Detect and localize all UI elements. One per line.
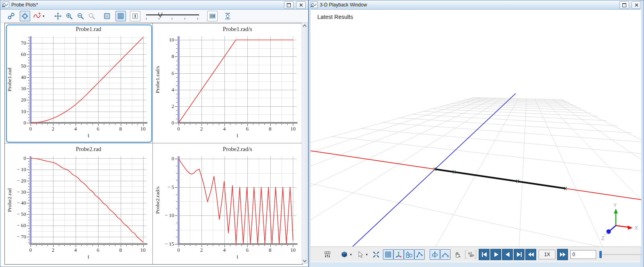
fit-vertical-icon xyxy=(224,12,232,20)
grid-icon xyxy=(117,12,125,20)
plot-animation-slider[interactable] xyxy=(146,11,199,21)
chart-probe2-rad-s[interactable] xyxy=(153,143,302,264)
trace-lines-button[interactable] xyxy=(414,249,425,260)
pan-button[interactable] xyxy=(53,11,63,21)
grid3d-button[interactable] xyxy=(383,249,393,260)
minimize-icon xyxy=(622,3,626,7)
record-movie-button[interactable] xyxy=(465,250,476,259)
orbit-icon xyxy=(431,250,439,259)
chart-probe1-rad-s[interactable] xyxy=(153,23,302,143)
split-view-icon xyxy=(131,12,139,20)
scroll-down-icon[interactable] xyxy=(302,259,307,263)
grid-button[interactable] xyxy=(115,11,126,21)
axes3d-button[interactable] xyxy=(393,249,404,260)
select-cursor-button[interactable] xyxy=(355,249,366,260)
fast-forward-icon xyxy=(559,250,567,259)
app-icon xyxy=(311,2,318,8)
path-icon xyxy=(441,250,449,259)
scene-3d-canvas[interactable] xyxy=(311,10,641,246)
skip-start-icon xyxy=(480,250,488,259)
fit-view-button[interactable] xyxy=(371,249,381,260)
curve-dropdown-caret[interactable]: ▾ xyxy=(43,14,45,18)
scroll-up-icon[interactable] xyxy=(302,24,307,27)
charts-area xyxy=(4,23,303,265)
display-settings-icon xyxy=(323,250,331,259)
zoom-in-icon xyxy=(65,12,73,20)
pan-hand-button[interactable] xyxy=(452,249,463,260)
zoom-in-button[interactable] xyxy=(64,11,74,21)
progress-handle[interactable] xyxy=(599,251,602,258)
playback-time-field[interactable]: 0 xyxy=(570,250,596,259)
zoom-out-icon xyxy=(76,12,84,20)
playback-3d-window: 3-D Playback Window Latest Results ▾▾1X0 xyxy=(309,0,644,267)
plot-toolbar: ▾ xyxy=(0,10,308,23)
rewind-icon xyxy=(527,250,535,259)
fast-forward-button[interactable] xyxy=(557,249,568,260)
skip-start-button[interactable] xyxy=(479,249,490,260)
minimize-icon xyxy=(287,3,291,7)
chart-probe1-rad[interactable] xyxy=(5,23,152,143)
link-icon xyxy=(7,12,15,20)
latest-results-label: Latest Results xyxy=(317,14,353,20)
skip-end-button[interactable] xyxy=(514,249,525,260)
slider-track[interactable] xyxy=(146,14,199,15)
probe-button[interactable] xyxy=(20,11,30,21)
progress-track[interactable] xyxy=(599,254,644,255)
close-icon xyxy=(635,3,638,7)
split-view-button[interactable] xyxy=(130,11,140,21)
orbit-button[interactable] xyxy=(430,249,440,260)
chart-grid-divider-horizontal xyxy=(5,143,302,143)
slider-tick xyxy=(146,18,146,20)
viewport-3d[interactable]: Latest Results xyxy=(311,10,641,246)
geometry-button[interactable] xyxy=(404,249,414,260)
chart-probe2-rad[interactable] xyxy=(5,143,152,264)
legend-icon xyxy=(103,12,111,20)
slider-tick xyxy=(198,18,198,20)
select-cursor-icon xyxy=(356,250,364,259)
legend-button[interactable] xyxy=(102,11,112,21)
step-back-button[interactable] xyxy=(502,249,513,260)
fit-view-icon xyxy=(372,250,380,259)
view-cube-dropdown-caret[interactable]: ▾ xyxy=(350,253,352,257)
display-settings-button[interactable] xyxy=(322,249,333,260)
geometry-icon xyxy=(405,250,413,259)
grid3d-icon xyxy=(384,250,392,259)
close-button[interactable] xyxy=(296,1,306,9)
probe-plots-titlebar[interactable]: Probe Plots* xyxy=(0,0,308,10)
slider-tick xyxy=(172,18,172,20)
path-button[interactable] xyxy=(440,249,451,260)
zoom-window-button[interactable] xyxy=(86,11,97,21)
view-cube-button[interactable] xyxy=(339,249,350,260)
link-button[interactable] xyxy=(6,11,16,21)
fit-vertical-button[interactable] xyxy=(222,11,233,21)
curve-button[interactable] xyxy=(32,11,42,21)
playback-toolbar: ▾▾1X0 xyxy=(311,246,640,262)
minimize-button[interactable] xyxy=(619,1,629,9)
charts-scrollbar[interactable] xyxy=(302,23,308,264)
window-border xyxy=(311,262,640,267)
app-icon xyxy=(2,2,9,8)
skip-end-icon xyxy=(515,250,523,259)
view-cube-icon xyxy=(340,250,348,259)
play-button[interactable] xyxy=(490,249,501,260)
play-icon xyxy=(492,250,500,259)
playback-speed-display[interactable]: 1X xyxy=(539,250,556,259)
trace-lines-icon xyxy=(416,250,424,259)
rewind-button[interactable] xyxy=(525,249,536,260)
pan-hand-icon xyxy=(453,250,461,259)
barcode-button[interactable] xyxy=(207,11,218,21)
probe-plots-window: Probe Plots* ▾ xyxy=(0,0,309,267)
minimize-button[interactable] xyxy=(284,1,294,9)
axes3d-icon xyxy=(395,250,403,259)
slider-handle[interactable] xyxy=(158,12,163,18)
zoom-out-button[interactable] xyxy=(75,11,86,21)
curve-icon xyxy=(33,12,41,20)
window-title: 3-D Playback Window xyxy=(320,2,367,8)
select-cursor-dropdown-caret[interactable]: ▾ xyxy=(366,253,368,257)
close-icon xyxy=(299,3,303,7)
playback-progress-slider[interactable] xyxy=(599,250,644,259)
pan-icon xyxy=(54,12,62,20)
record-movie-icon xyxy=(467,250,475,259)
probe-icon xyxy=(21,12,29,20)
playback-titlebar[interactable]: 3-D Playback Window xyxy=(309,0,644,10)
